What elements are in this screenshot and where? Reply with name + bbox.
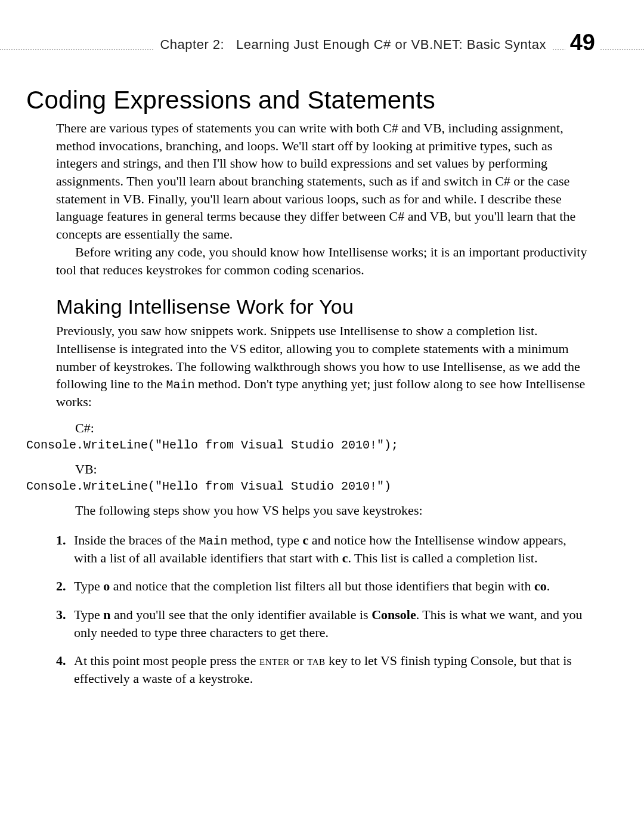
text: At this point most people press the xyxy=(74,653,259,668)
csharp-label: C#: xyxy=(75,420,588,436)
subsection-paragraph: Previously, you saw how snippets work. S… xyxy=(56,322,588,411)
subsection-heading: Making Intellisense Work for You xyxy=(56,295,588,318)
key-c: c xyxy=(342,550,348,565)
enter-key: enter xyxy=(259,653,290,668)
chapter-label: Chapter 2: xyxy=(160,37,224,52)
console-identifier: Console xyxy=(371,607,416,622)
text: and you'll see that the only identifier … xyxy=(110,607,371,622)
main-method-code: Main xyxy=(199,534,228,548)
chapter-title: Learning Just Enough C# or VB.NET: Basic… xyxy=(236,37,546,52)
text: method, type xyxy=(228,533,303,547)
key-c: c xyxy=(302,533,308,547)
step-number: 1. xyxy=(56,531,66,549)
intro-paragraph-1: There are various types of statements yo… xyxy=(56,119,588,243)
list-item: 3. Type n and you'll see that the only i… xyxy=(56,606,588,641)
list-item: 4. At this point most people press the e… xyxy=(56,652,588,687)
text: Type xyxy=(74,607,103,622)
section-heading: Coding Expressions and Statements xyxy=(26,86,588,115)
text: . This list is called a completion list. xyxy=(348,550,537,565)
csharp-code-block: Console.WriteLine("Hello from Visual Stu… xyxy=(26,438,588,452)
intro-paragraph-2: Before writing any code, you should know… xyxy=(56,243,588,279)
chapter-breadcrumb: Chapter 2: Learning Just Enough C# or VB… xyxy=(154,37,552,52)
step-number: 2. xyxy=(56,577,66,595)
list-item: 1. Inside the braces of the Main method,… xyxy=(56,531,588,567)
steps-list: 1. Inside the braces of the Main method,… xyxy=(56,531,588,688)
key-n: n xyxy=(103,607,110,622)
text: and notice that the completion list filt… xyxy=(110,578,534,593)
step-number: 4. xyxy=(56,652,66,670)
text: Inside the braces of the xyxy=(74,533,199,547)
text: or xyxy=(290,653,307,668)
step-number: 3. xyxy=(56,606,66,624)
running-header: Chapter 2: Learning Just Enough C# or VB… xyxy=(56,36,588,60)
vb-label: VB: xyxy=(75,462,588,477)
text: Type xyxy=(74,578,103,593)
text: . xyxy=(547,578,550,593)
list-item: 2. Type o and notice that the completion… xyxy=(56,577,588,595)
page-number: 49 xyxy=(565,30,600,55)
key-o: o xyxy=(103,578,110,593)
tab-key: tab xyxy=(307,653,325,668)
page: Chapter 2: Learning Just Enough C# or VB… xyxy=(0,0,644,823)
key-co: co xyxy=(534,578,547,593)
main-method-code: Main xyxy=(166,378,195,392)
steps-intro: The following steps show you how VS help… xyxy=(56,502,588,519)
vb-code-block: Console.WriteLine("Hello from Visual Stu… xyxy=(26,479,588,493)
